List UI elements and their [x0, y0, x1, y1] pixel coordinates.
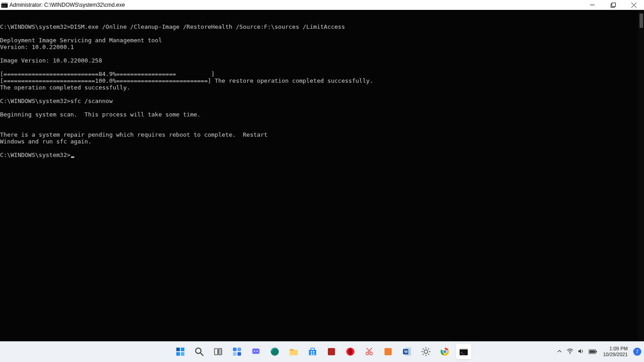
window-title: Administrator: C:\WINDOWS\system32\cmd.e…	[9, 2, 125, 8]
svg-rect-30	[311, 353, 312, 355]
taskbar-task-view-icon[interactable]	[210, 344, 226, 359]
svg-rect-25	[290, 349, 294, 351]
taskbar-opera-icon[interactable]	[343, 344, 358, 359]
svg-text:W: W	[404, 349, 408, 354]
svg-rect-32	[328, 348, 335, 355]
taskbar-microsoft-store-icon[interactable]	[305, 344, 320, 359]
maximize-button[interactable]	[603, 0, 623, 10]
svg-point-12	[196, 348, 201, 353]
taskbar-settings-icon[interactable]	[418, 344, 434, 359]
svg-rect-18	[233, 352, 237, 356]
taskbar-search-icon[interactable]	[192, 344, 207, 359]
svg-rect-61	[596, 351, 597, 353]
taskbar-center: W>_	[173, 341, 471, 362]
svg-rect-14	[215, 349, 218, 355]
svg-point-21	[254, 351, 255, 352]
taskbar-start-icon[interactable]	[173, 344, 188, 359]
svg-rect-9	[181, 348, 184, 351]
close-button[interactable]	[623, 0, 644, 10]
scrollbar-track[interactable]	[638, 10, 644, 341]
window-controls	[582, 0, 644, 10]
svg-rect-28	[311, 351, 312, 353]
svg-point-34	[349, 349, 353, 355]
battery-icon[interactable]	[589, 348, 597, 356]
svg-rect-15	[219, 349, 222, 355]
taskbar-chat-icon[interactable]	[248, 344, 264, 359]
taskbar-app-red-icon[interactable]	[324, 344, 339, 359]
svg-line-13	[201, 353, 203, 356]
svg-rect-1	[1, 2, 8, 4]
clock-time: 1:09 PM	[603, 346, 628, 352]
svg-line-50	[428, 349, 429, 349]
taskbar: W>_ 1:09 PM 10/29/2021 7	[0, 341, 644, 362]
svg-rect-62	[590, 350, 595, 353]
taskbar-edge-icon[interactable]	[267, 344, 282, 359]
svg-text:>_: >_	[461, 351, 465, 355]
wifi-icon[interactable]	[567, 348, 573, 356]
tray-chevron-icon[interactable]	[557, 348, 562, 356]
taskbar-widgets-icon[interactable]	[229, 344, 245, 359]
terminal[interactable]: C:\WINDOWS\system32>DISM.exe /Online /Cl…	[0, 10, 644, 341]
svg-rect-10	[176, 352, 180, 356]
title-bar[interactable]: C:\ Administrator: C:\WINDOWS\system32\c…	[0, 0, 644, 10]
svg-point-58	[569, 353, 570, 354]
svg-point-43	[424, 350, 428, 353]
svg-line-51	[423, 354, 424, 355]
svg-rect-19	[237, 352, 241, 356]
taskbar-file-explorer-icon[interactable]	[286, 344, 301, 359]
scrollbar-thumb[interactable]	[640, 13, 643, 28]
svg-rect-29	[313, 351, 314, 353]
svg-point-23	[271, 348, 279, 356]
svg-text:C:\: C:\	[2, 4, 6, 8]
svg-rect-31	[313, 353, 314, 355]
taskbar-app-orange-icon[interactable]	[380, 344, 396, 359]
terminal-cursor	[71, 156, 74, 158]
taskbar-word-icon[interactable]: W	[399, 344, 415, 359]
svg-rect-39	[385, 348, 392, 355]
svg-rect-16	[233, 348, 237, 351]
minimize-button[interactable]	[582, 0, 603, 10]
svg-rect-11	[181, 352, 184, 356]
svg-rect-56	[460, 348, 468, 349]
terminal-output: C:\WINDOWS\system32>DISM.exe /Online /Cl…	[0, 23, 644, 158]
taskbar-snip-icon[interactable]	[362, 344, 377, 359]
svg-line-49	[428, 354, 429, 355]
clock-date: 10/29/2021	[603, 352, 628, 358]
taskbar-clock[interactable]: 1:09 PM 10/29/2021	[603, 346, 628, 358]
cmd-app-icon: C:\	[1, 2, 8, 8]
svg-line-48	[423, 349, 424, 349]
system-tray: 1:09 PM 10/29/2021 7	[557, 341, 641, 362]
svg-rect-17	[237, 348, 241, 351]
svg-rect-20	[252, 349, 259, 354]
taskbar-cmd-icon[interactable]: >_	[456, 344, 471, 359]
svg-rect-5	[612, 3, 615, 6]
taskbar-chrome-icon[interactable]	[437, 344, 452, 359]
notification-badge[interactable]: 7	[633, 348, 641, 356]
tray-icons	[557, 348, 597, 356]
svg-rect-8	[176, 348, 180, 351]
svg-point-22	[257, 351, 258, 352]
svg-marker-59	[578, 349, 581, 353]
svg-rect-27	[311, 348, 314, 350]
volume-icon[interactable]	[578, 348, 584, 356]
